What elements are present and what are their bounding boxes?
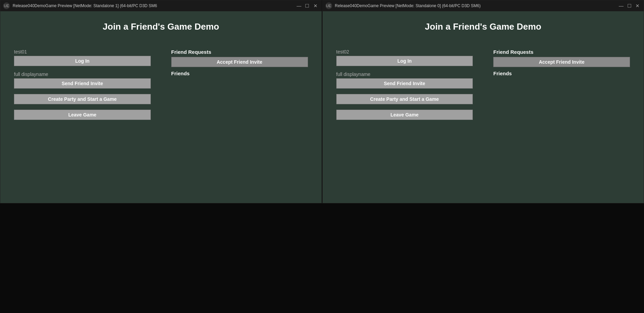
friends-group-left: Friends — [171, 71, 308, 78]
titlebar-left-section: UE Release040DemoGame Preview [NetMode: … — [3, 2, 157, 9]
ue-logo-text: UE — [4, 4, 9, 8]
friend-invite-group-right: full displayname Send Friend Invite — [336, 72, 473, 89]
window-left: UE Release040DemoGame Preview [NetMode: … — [0, 0, 322, 203]
send-invite-button-left[interactable]: Send Friend Invite — [14, 78, 151, 89]
left-panel-right: test02 Log In full displayname Send Frie… — [336, 49, 473, 120]
game-title-left: Join a Friend's Game Demo — [14, 21, 308, 32]
username-label-left: test01 — [14, 49, 151, 54]
titlebar-controls-right: — ☐ ✕ — [618, 2, 641, 9]
close-button-right[interactable]: ✕ — [634, 2, 641, 9]
left-panel-left: test01 Log In full displayname Send Frie… — [14, 49, 151, 120]
friend-invite-group-left: full displayname Send Friend Invite — [14, 72, 151, 89]
login-button-left[interactable]: Log In — [14, 56, 151, 66]
ue-logo-right: UE — [325, 2, 332, 9]
username-group-right: test02 Log In — [336, 49, 473, 66]
windows-row: UE Release040DemoGame Preview [NetMode: … — [0, 0, 644, 203]
friends-label-right: Friends — [493, 71, 630, 76]
friend-requests-group-left: Friend Requests Accept Friend Invite — [171, 49, 308, 67]
leave-game-button-left[interactable]: Leave Game — [14, 110, 151, 120]
friends-label-left: Friends — [171, 71, 308, 76]
friend-requests-label-left: Friend Requests — [171, 49, 308, 55]
titlebar-controls-left: — ☐ ✕ — [296, 2, 319, 9]
game-title-right: Join a Friend's Game Demo — [336, 21, 630, 32]
friend-requests-label-right: Friend Requests — [493, 49, 630, 55]
window-content-left: Join a Friend's Game Demo test01 Log In … — [0, 11, 322, 203]
right-panel-right: Friend Requests Accept Friend Invite Fri… — [493, 49, 630, 120]
create-party-button-left[interactable]: Create Party and Start a Game — [14, 94, 151, 104]
username-label-right: test02 — [336, 49, 473, 54]
ue-logo-left: UE — [3, 2, 10, 9]
username-group-left: test01 Log In — [14, 49, 151, 66]
minimize-button-right[interactable]: — — [618, 2, 625, 9]
window-right: UE Release040DemoGame Preview [NetMode: … — [322, 0, 644, 203]
leave-game-button-right[interactable]: Leave Game — [336, 110, 473, 120]
ue-logo-text-right: UE — [326, 4, 331, 8]
titlebar-right: UE Release040DemoGame Preview [NetMode: … — [323, 0, 644, 11]
main-layout-left: test01 Log In full displayname Send Frie… — [14, 49, 308, 120]
maximize-button-left[interactable]: ☐ — [304, 2, 311, 9]
friends-group-right: Friends — [493, 71, 630, 78]
titlebar-title-right: Release040DemoGame Preview [NetMode: Sta… — [335, 3, 481, 8]
friend-invite-label-right: full displayname — [336, 72, 473, 77]
titlebar-title-left: Release040DemoGame Preview [NetMode: Sta… — [13, 3, 157, 8]
maximize-button-right[interactable]: ☐ — [626, 2, 633, 9]
close-button-left[interactable]: ✕ — [312, 2, 319, 9]
titlebar-left: UE Release040DemoGame Preview [NetMode: … — [0, 0, 322, 11]
friend-invite-label-left: full displayname — [14, 72, 151, 77]
friend-requests-group-right: Friend Requests Accept Friend Invite — [493, 49, 630, 67]
send-invite-button-right[interactable]: Send Friend Invite — [336, 78, 473, 89]
minimize-button-left[interactable]: — — [296, 2, 303, 9]
accept-invite-button-right[interactable]: Accept Friend Invite — [493, 57, 630, 67]
bottom-bar — [0, 203, 644, 313]
login-button-right[interactable]: Log In — [336, 56, 473, 66]
right-panel-left: Friend Requests Accept Friend Invite Fri… — [171, 49, 308, 120]
accept-invite-button-left[interactable]: Accept Friend Invite — [171, 57, 308, 67]
create-party-button-right[interactable]: Create Party and Start a Game — [336, 94, 473, 104]
main-layout-right: test02 Log In full displayname Send Frie… — [336, 49, 630, 120]
titlebar-right-section: UE Release040DemoGame Preview [NetMode: … — [325, 2, 481, 9]
window-content-right: Join a Friend's Game Demo test02 Log In … — [323, 11, 644, 203]
